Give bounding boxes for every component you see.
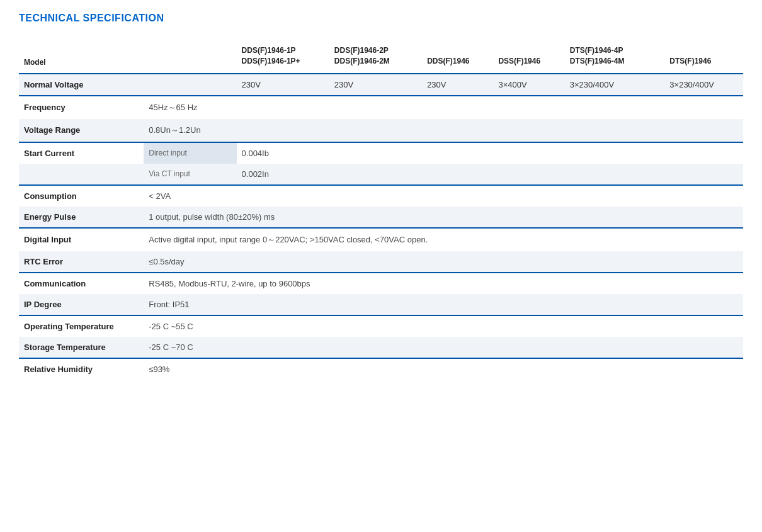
table-row-operating-temp: Operating Temperature-25 C ~55 C: [19, 315, 743, 337]
table-row-consumption: Consumption< 2VA: [19, 185, 743, 207]
table-row-communication: CommunicationRS485, Modbus-RTU, 2-wire, …: [19, 273, 743, 294]
value-ip-degree: Front: IP51: [144, 294, 743, 315]
label-sub-start-current-ct: Via CT input: [144, 164, 236, 185]
table-row-storage-temp: Storage Temperature-25 C ~70 C: [19, 337, 743, 358]
value-consumption: < 2VA: [144, 185, 743, 207]
value-rtc-error: ≤0.5s/day: [144, 251, 743, 273]
model-col-4: DSS(F)1946: [493, 39, 564, 74]
value-operating-temp: -25 C ~55 C: [144, 315, 743, 337]
table-row-relative-humidity: Relative Humidity≤93%: [19, 358, 743, 380]
table-row-ip-degree: IP DegreeFront: IP51: [19, 294, 743, 315]
model-col-2: DDS(F)1946-2PDDS(F)1946-2M: [329, 39, 422, 74]
table-row-start-current-ct: Via CT input0.002In: [19, 164, 743, 185]
value-storage-temp: -25 C ~70 C: [144, 337, 743, 358]
table-row-energy-pulse: Energy Pulse1 output, pulse width (80±20…: [19, 207, 743, 228]
value-relative-humidity: ≤93%: [144, 358, 743, 380]
label-main-communication: Communication: [19, 273, 144, 294]
table-row-frequency: Frequency45Hz～65 Hz: [19, 96, 743, 119]
value-normal-voltage-col4: 3×230/400V: [565, 74, 665, 96]
table-row-start-current-direct: Start CurrentDirect input0.004Ib: [19, 142, 743, 164]
model-col-5: DTS(F)1946-4PDTS(F)1946-4M: [565, 39, 665, 74]
label-main-start-current-ct: [19, 164, 144, 185]
value-start-current-direct: 0.004Ib: [237, 142, 743, 164]
table-row-digital-input: Digital InputActive digital input, input…: [19, 228, 743, 251]
label-main-normal-voltage: Normal Voltage: [19, 74, 237, 96]
label-main-relative-humidity: Relative Humidity: [19, 358, 144, 380]
value-normal-voltage-col1: 230V: [329, 74, 422, 96]
label-main-ip-degree: IP Degree: [19, 294, 144, 315]
page-title: TECHNICAL SPECIFICATION: [19, 13, 743, 24]
value-normal-voltage-col5: 3×230/400V: [664, 74, 743, 96]
table-header: Model DDS(F)1946-1PDDS(F)1946-1P+ DDS(F)…: [19, 39, 743, 74]
model-col-1: DDS(F)1946-1PDDS(F)1946-1P+: [237, 39, 329, 74]
table-row-rtc-error: RTC Error≤0.5s/day: [19, 251, 743, 273]
label-main-start-current-direct: Start Current: [19, 142, 144, 164]
value-start-current-ct: 0.002In: [237, 164, 743, 185]
label-main-energy-pulse: Energy Pulse: [19, 207, 144, 228]
value-frequency: 45Hz～65 Hz: [144, 96, 743, 119]
value-digital-input: Active digital input, input range 0～220V…: [144, 228, 743, 251]
table-row-voltage-range: Voltage Range0.8Un～1.2Un: [19, 119, 743, 142]
label-main-voltage-range: Voltage Range: [19, 119, 144, 142]
value-normal-voltage-col2: 230V: [422, 74, 493, 96]
model-col-6: DTS(F)1946: [664, 39, 743, 74]
label-main-operating-temp: Operating Temperature: [19, 315, 144, 337]
value-normal-voltage-col3: 3×400V: [493, 74, 564, 96]
value-energy-pulse: 1 output, pulse width (80±20%) ms: [144, 207, 743, 228]
label-main-storage-temp: Storage Temperature: [19, 337, 144, 358]
label-main-rtc-error: RTC Error: [19, 251, 144, 273]
label-sub-start-current-direct: Direct input: [144, 142, 236, 164]
value-normal-voltage-col0: 230V: [237, 74, 329, 96]
model-label-header: Model: [19, 39, 237, 74]
table-row-normal-voltage: Normal Voltage230V230V230V3×400V3×230/40…: [19, 74, 743, 96]
value-voltage-range: 0.8Un～1.2Un: [144, 119, 743, 142]
model-col-3: DDS(F)1946: [422, 39, 493, 74]
label-main-frequency: Frequency: [19, 96, 144, 119]
value-communication: RS485, Modbus-RTU, 2-wire, up to 9600bps: [144, 273, 743, 294]
label-main-digital-input: Digital Input: [19, 228, 144, 251]
label-main-consumption: Consumption: [19, 185, 144, 207]
